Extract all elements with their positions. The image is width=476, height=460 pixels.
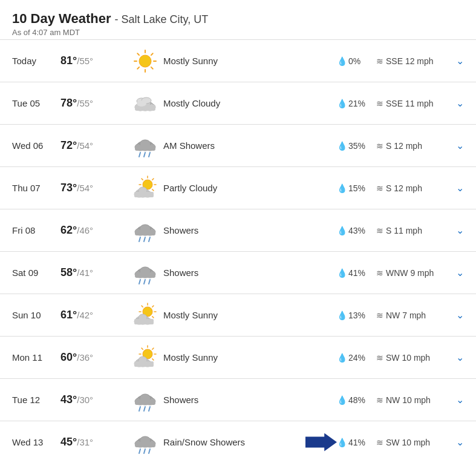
temperature: 62°/46° <box>60 224 127 237</box>
chevron-down-icon[interactable]: ⌄ <box>456 97 464 109</box>
precip-drop-icon: 💧 <box>337 353 347 363</box>
svg-line-31 <box>142 179 143 180</box>
precip-drop-icon: 💧 <box>337 438 347 447</box>
wind-value: SSE 12 mph <box>386 56 434 66</box>
chevron-down-icon[interactable]: ⌄ <box>456 394 464 406</box>
svg-line-90 <box>149 407 150 411</box>
wind: ≋ SW 10 mph <box>376 353 446 363</box>
low-temp: 46° <box>79 225 93 235</box>
precip-drop-icon: 💧 <box>337 310 347 320</box>
wind: ≋ SW 10 mph <box>376 438 446 447</box>
weather-description: Rain/Snow Showers <box>163 437 301 447</box>
svg-line-89 <box>144 407 145 411</box>
expand-button[interactable]: ⌄ <box>446 225 464 236</box>
wind-value: NW 7 mph <box>386 310 426 320</box>
chevron-down-icon[interactable]: ⌄ <box>456 352 464 363</box>
precip-drop-icon: 💧 <box>337 395 347 405</box>
description-area: Showers <box>163 395 337 405</box>
weather-icon <box>127 48 163 74</box>
wind: ≋ S 12 mph <box>376 141 446 151</box>
chevron-down-icon[interactable]: ⌄ <box>456 55 464 67</box>
precipitation: 💧 21% <box>337 99 376 108</box>
expand-button[interactable]: ⌄ <box>446 140 464 151</box>
svg-line-98 <box>149 449 150 453</box>
wind-icon: ≋ <box>376 310 383 320</box>
chevron-down-icon[interactable]: ⌄ <box>456 182 464 194</box>
low-temp: 41° <box>79 268 93 278</box>
page-title: 10 Day Weather - Salt Lake City, UT <box>12 11 464 27</box>
expand-button[interactable]: ⌄ <box>446 182 464 194</box>
wind: ≋ S 12 mph <box>376 183 446 193</box>
precip-drop-icon: 💧 <box>337 183 347 193</box>
svg-line-33 <box>152 179 154 180</box>
chevron-down-icon[interactable]: ⌄ <box>456 436 464 448</box>
weather-description: Mostly Sunny <box>163 310 337 320</box>
precip-value: 21% <box>348 99 365 108</box>
wind-value: S 12 mph <box>386 183 422 193</box>
high-temp: 61° <box>60 309 77 321</box>
temperature: 45°/31° <box>60 436 127 448</box>
svg-rect-51 <box>135 272 155 278</box>
description-area: Mostly Cloudy <box>163 98 337 108</box>
chevron-down-icon[interactable]: ⌄ <box>456 309 464 321</box>
expand-button[interactable]: ⌄ <box>446 97 464 109</box>
title-text: 10 Day Weather <box>12 11 111 26</box>
svg-point-16 <box>137 100 146 107</box>
svg-line-27 <box>152 189 154 190</box>
svg-line-46 <box>149 237 150 242</box>
wind-value: SW 10 mph <box>386 353 430 363</box>
precipitation: 💧 15% <box>337 183 376 193</box>
weather-row: Mon 11 60°/36° Mostly Sunny 💧 <box>0 336 476 378</box>
precipitation: 💧 35% <box>337 141 376 151</box>
weather-icon <box>127 429 163 456</box>
day-label: Wed 06 <box>12 140 60 151</box>
description-area: Showers <box>163 225 337 235</box>
weather-description: Showers <box>163 395 337 405</box>
svg-line-71 <box>152 358 154 360</box>
svg-rect-13 <box>135 105 155 111</box>
precip-drop-icon: 💧 <box>337 268 347 278</box>
svg-line-44 <box>139 237 140 242</box>
wind-icon: ≋ <box>376 226 383 235</box>
weather-row: Thu 07 73°/54° Partly Cloudy 💧 <box>0 166 476 209</box>
svg-line-52 <box>139 280 140 284</box>
wind-value: S 12 mph <box>386 141 422 151</box>
weather-icon <box>127 90 163 117</box>
svg-line-53 <box>144 280 145 284</box>
low-temp: 30° <box>79 395 93 405</box>
weather-icon <box>127 217 163 244</box>
day-label: Thu 07 <box>12 183 60 193</box>
expand-button[interactable]: ⌄ <box>446 309 464 321</box>
chevron-down-icon[interactable]: ⌄ <box>456 140 464 151</box>
chevron-down-icon[interactable]: ⌄ <box>456 267 464 278</box>
svg-line-8 <box>151 53 153 55</box>
weather-icon <box>127 133 163 159</box>
weather-row: Fri 08 62°/46° Showers 💧 43% <box>0 209 476 251</box>
wind: ≋ NW 7 mph <box>376 310 446 320</box>
svg-line-22 <box>139 153 140 157</box>
svg-line-24 <box>149 153 150 157</box>
svg-line-77 <box>152 348 154 349</box>
weather-row: Wed 06 72°/54° AM Showers 💧 35% <box>0 124 476 166</box>
svg-line-75 <box>142 348 143 349</box>
temperature: 72°/54° <box>60 139 127 152</box>
svg-line-96 <box>139 449 140 453</box>
day-label: Tue 05 <box>12 98 60 108</box>
chevron-down-icon[interactable]: ⌄ <box>456 225 464 236</box>
description-area: Showers <box>163 268 337 278</box>
expand-button[interactable]: ⌄ <box>446 55 464 67</box>
expand-button[interactable]: ⌄ <box>446 352 464 363</box>
low-temp: 54° <box>79 140 93 151</box>
expand-button[interactable]: ⌄ <box>446 394 464 406</box>
wind-value: SW 10 mph <box>386 438 430 447</box>
precip-value: 35% <box>348 141 365 151</box>
precipitation: 💧 41% <box>337 438 376 447</box>
description-area: Mostly Sunny <box>163 56 337 66</box>
precipitation: 💧 0% <box>337 56 376 66</box>
high-temp: 62° <box>60 224 77 236</box>
precip-value: 15% <box>348 183 365 193</box>
day-label: Sun 10 <box>12 310 60 320</box>
expand-button[interactable]: ⌄ <box>446 267 464 278</box>
low-temp: 31° <box>79 437 93 447</box>
expand-button[interactable]: ⌄ <box>446 436 464 448</box>
